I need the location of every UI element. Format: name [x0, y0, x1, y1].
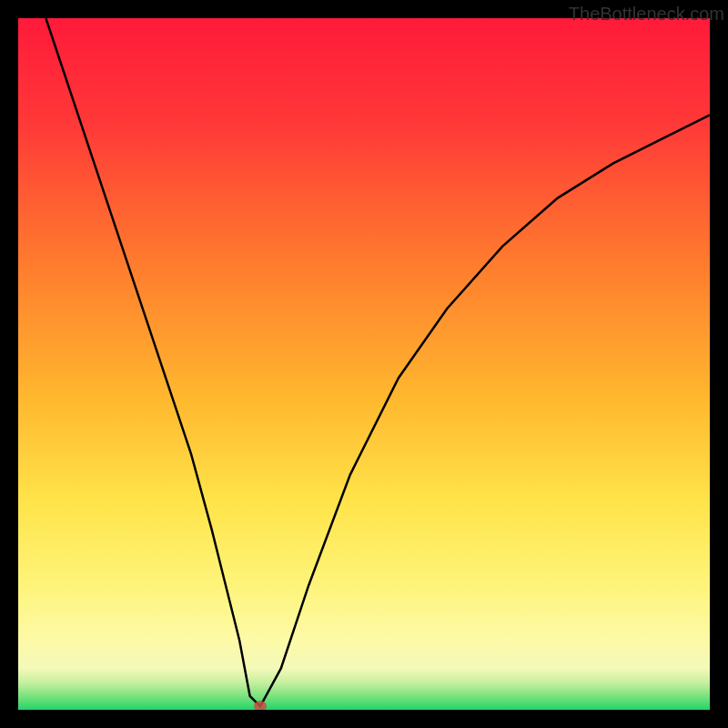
curve-plot	[18, 18, 710, 710]
chart-container	[18, 18, 710, 710]
watermark-text: TheBottleneck.com	[569, 4, 724, 25]
minimum-marker	[254, 701, 267, 710]
